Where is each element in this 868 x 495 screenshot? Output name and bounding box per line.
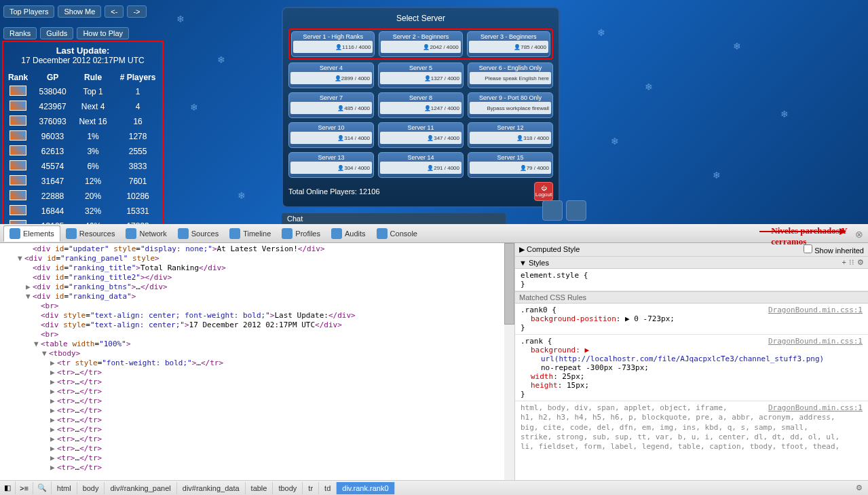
devtools-tabs: ElementsResourcesNetworkSourcesTimelineP… (0, 224, 868, 243)
matched-rules-header: Matched CSS Rules (515, 291, 868, 304)
sources-icon (178, 228, 189, 239)
gear-icon[interactable]: ⚙ (857, 258, 864, 267)
scrollbar[interactable] (504, 243, 514, 480)
element-node[interactable]: ▼<tbody> (1, 349, 513, 359)
element-node[interactable]: ▶<tr>…</tr> (1, 397, 513, 406)
rank-icon (10, 130, 26, 141)
element-node[interactable]: ▶<tr>…</tr> (1, 368, 513, 378)
server-card[interactable]: Server 5👤1327 / 4000 (378, 62, 464, 88)
inherited-rule[interactable]: DragonBound.min.css:1 html, body, div, s… (515, 401, 868, 454)
server-dialog-title: Select Server (288, 14, 553, 23)
devtools-tab-network[interactable]: Network (120, 225, 172, 242)
server-card[interactable]: Server 13👤304 / 4000 (288, 152, 374, 178)
element-node[interactable]: ▶<tr>…</tr> (1, 425, 513, 435)
element-node[interactable]: ▶<tr style="font-weight: bold;">…</tr> (1, 359, 513, 368)
table-row: 626133%2555 (3, 144, 162, 159)
element-node[interactable]: ▶<tr>…</tr> (1, 416, 513, 425)
server-card[interactable]: Server 15👤79 / 4000 (468, 152, 553, 178)
server-card[interactable]: Server 2 - Beginners👤2042 / 4000 (379, 31, 462, 57)
server-card[interactable]: Server 6 - English OnlyPlease speak Engl… (468, 62, 553, 88)
top-buttons-row: Top Players Show Me <- -> (3, 5, 147, 18)
inspect-icon[interactable]: 🔍 (33, 481, 52, 494)
rank-rule[interactable]: DragonBound.min.css:1 .rank { background… (515, 335, 868, 401)
element-node[interactable]: <br> (1, 330, 513, 340)
second-buttons-row: Ranks Guilds How to Play (3, 27, 129, 39)
server-card[interactable]: Server 11👤347 / 4000 (378, 122, 464, 148)
server-card[interactable]: Server 1 - High Ranks👤1116 / 4000 (291, 31, 375, 57)
devtools-tab-timeline[interactable]: Timeline (224, 225, 276, 242)
ranking-table: Rank GP Rule # Players 538040Top 1142396… (3, 71, 162, 224)
new-rule-icon[interactable]: + (842, 258, 846, 267)
element-node[interactable]: ▶<tr>…</tr> (1, 454, 513, 463)
rank-icon (10, 115, 26, 126)
show-me-button[interactable]: Show Me (58, 5, 101, 18)
th-players: # Players (113, 71, 162, 84)
devtools-tab-console[interactable]: Console (371, 225, 423, 242)
how-to-play-button[interactable]: How to Play (77, 27, 129, 39)
element-node[interactable]: ▶<tr>…</tr> (1, 435, 513, 444)
element-node[interactable]: ▶<tr>…</tr> (1, 463, 513, 473)
server-card[interactable]: Server 4👤2899 / 4000 (288, 62, 374, 88)
breadcrumb-bar: ◧ >≡ 🔍 htmlbodydiv#ranking_paneldiv#rank… (0, 480, 868, 495)
next-button[interactable]: -> (127, 5, 146, 18)
element-node[interactable]: ▶<div id="ranking_btns">…</div> (1, 282, 513, 292)
dock-icon[interactable]: ◧ (0, 481, 16, 494)
server-card[interactable]: Server 12👤318 / 4000 (468, 122, 553, 148)
rank-icon (10, 160, 26, 170)
table-row: 960331%1278 (3, 129, 162, 144)
server-card[interactable]: Server 3 - Beginners👤785 / 4000 (467, 31, 550, 57)
devtools-tab-resources[interactable]: Resources (60, 225, 121, 242)
server-card[interactable]: Server 10👤314 / 4000 (288, 122, 374, 148)
elements-panel[interactable]: <div id="updater" style="display: none;"… (0, 243, 515, 480)
close-devtools-icon[interactable]: ⊗ (855, 229, 865, 238)
breadcrumb-item[interactable]: table (246, 482, 273, 494)
server-card[interactable]: Server 7👤485 / 4000 (288, 92, 374, 118)
prev-button[interactable]: <- (105, 5, 124, 18)
element-node[interactable]: <div id="updater" style="display: none;"… (1, 244, 513, 254)
console-toggle-icon[interactable]: >≡ (16, 482, 33, 494)
element-node[interactable]: <br> (1, 301, 513, 311)
element-node[interactable]: ▼<table width="100%"> (1, 340, 513, 349)
devtools-tab-sources[interactable]: Sources (172, 225, 224, 242)
audits-icon (331, 228, 342, 239)
breadcrumb-item[interactable]: html (52, 482, 77, 494)
element-node[interactable]: ▶<tr>…</tr> (1, 444, 513, 454)
breadcrumb-item[interactable]: div.rank.rank0 (337, 482, 394, 494)
options-icon[interactable] (542, 200, 563, 221)
element-node[interactable]: ▶<tr>…</tr> (1, 406, 513, 416)
element-style-rule[interactable]: element.style { } (515, 269, 868, 291)
element-node[interactable]: ▼<div id="ranking_panel" style> (1, 254, 513, 263)
styles-panel: ▶ Computed Style Show inherited ▼ Styles… (515, 243, 868, 480)
top-players-button[interactable]: Top Players (3, 5, 54, 18)
element-node[interactable]: ▼<div id="ranking_data"> (1, 292, 513, 301)
breadcrumb-item[interactable]: div#ranking_panel (105, 482, 176, 494)
breadcrumb-item[interactable]: div#ranking_data (177, 482, 246, 494)
servers-icon[interactable] (566, 200, 586, 221)
bottom-right-icons (542, 200, 586, 221)
table-row: 3164712%7601 (3, 174, 162, 189)
rank0-rule[interactable]: DragonBound.min.css:1 .rank0 { backgroun… (515, 304, 868, 335)
element-node[interactable]: <div id="ranking_title">Total Ranking</d… (1, 263, 513, 273)
settings-gear-icon[interactable]: ⚙ (850, 481, 868, 494)
element-node[interactable]: ▶<tr>…</tr> (1, 378, 513, 387)
toggle-state-icon[interactable]: ⁝⁝ (849, 258, 854, 267)
guilds-button[interactable]: Guilds (40, 27, 73, 39)
chat-bar[interactable]: Chat (282, 213, 506, 224)
breadcrumb-item[interactable]: tbody (273, 482, 303, 494)
logout-button[interactable]: ⏻Logout (534, 182, 553, 201)
breadcrumb-item[interactable]: body (77, 482, 105, 494)
ranks-button[interactable]: Ranks (3, 27, 37, 39)
server-dialog: Select Server Server 1 - High Ranks👤1116… (282, 7, 560, 208)
server-card[interactable]: Server 8👤1247 / 4000 (378, 92, 464, 118)
element-node[interactable]: ▶<tr>…</tr> (1, 387, 513, 397)
element-node[interactable]: <div style="text-align: center;">17 Dece… (1, 320, 513, 330)
breadcrumb-item[interactable]: tr (303, 482, 319, 494)
server-card[interactable]: Server 9 - Port 80 OnlyBypass workplace … (468, 92, 553, 118)
devtools-tab-elements[interactable]: Elements (3, 225, 60, 242)
element-node[interactable]: <div style="text-align: center; font-wei… (1, 311, 513, 320)
devtools-tab-audits[interactable]: Audits (326, 225, 371, 242)
server-card[interactable]: Server 14👤291 / 4000 (378, 152, 464, 178)
breadcrumb-item[interactable]: td (319, 482, 337, 494)
element-node[interactable]: <div id="ranking_title2"></div> (1, 273, 513, 282)
devtools-tab-profiles[interactable]: Profiles (276, 225, 326, 242)
